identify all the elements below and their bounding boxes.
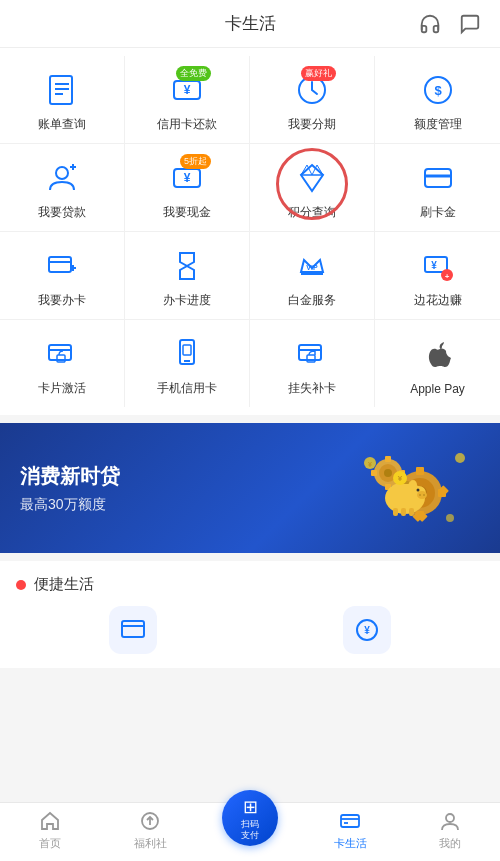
grid-row-1: 账单查询 全免费 ¥ 信用卡还款 赢好礼 我要分期 <box>0 56 500 144</box>
grid-item-credit-repay[interactable]: 全免费 ¥ 信用卡还款 <box>125 56 250 143</box>
svg-rect-68 <box>401 508 406 516</box>
promo-banner[interactable]: 消费新时贷 最高30万额度 <box>0 423 500 553</box>
nav-item-scan[interactable]: ⊞ 扫码支付 <box>200 814 300 846</box>
svg-rect-20 <box>425 169 451 187</box>
points-icon <box>292 158 332 198</box>
quick-dot <box>16 580 26 590</box>
card-activate-label: 卡片激活 <box>38 380 86 397</box>
nav-item-card-life[interactable]: 卡生活 <box>300 809 400 851</box>
apply-card-label: 我要办卡 <box>38 292 86 309</box>
card-life-icon <box>338 809 362 833</box>
scan-icon: ⊞ <box>243 796 258 818</box>
grid-row-4: 卡片激活 手机信用卡 挂失补 <box>0 320 500 407</box>
grid-item-points-query[interactable]: 积分查询 <box>250 144 375 231</box>
nav-welfare-label: 福利社 <box>134 836 167 851</box>
banner-subtitle: 最高30万额度 <box>20 496 120 514</box>
swipe-gold-label: 刷卡金 <box>420 204 456 221</box>
cash-icon: 5折起 ¥ <box>167 158 207 198</box>
credit-repay-label: 信用卡还款 <box>157 116 217 133</box>
quick-label: 便捷生活 <box>34 575 94 594</box>
apple-pay-icon <box>418 336 458 376</box>
banner-text: 消费新时贷 最高30万额度 <box>20 463 120 514</box>
grid-item-bill-query[interactable]: 账单查询 <box>0 56 125 143</box>
svg-point-85 <box>446 814 454 822</box>
svg-text:¥: ¥ <box>398 474 403 483</box>
svg-text:VIP: VIP <box>306 264 318 271</box>
mine-icon <box>438 809 462 833</box>
svg-rect-37 <box>183 345 191 355</box>
svg-text:¥: ¥ <box>184 83 191 97</box>
apply-card-icon <box>42 246 82 286</box>
grid-item-installment[interactable]: 赢好礼 我要分期 <box>250 56 375 143</box>
svg-text:$: $ <box>434 83 442 98</box>
installment-icon: 赢好礼 <box>292 70 332 110</box>
quota-icon: $ <box>418 70 458 110</box>
swipe-gold-icon <box>418 158 458 198</box>
svg-rect-69 <box>409 508 414 516</box>
card-progress-label: 办卡进度 <box>163 292 211 309</box>
card-activate-icon <box>42 334 82 374</box>
svg-rect-57 <box>371 470 377 476</box>
grid-item-swipe-gold[interactable]: 刷卡金 <box>375 144 500 231</box>
loss-report-icon <box>292 334 332 374</box>
svg-point-9 <box>56 167 68 179</box>
loan-label: 我要贷款 <box>38 204 86 221</box>
scan-pay-button[interactable]: ⊞ 扫码支付 <box>222 790 278 846</box>
platinum-label: 白金服务 <box>288 292 336 309</box>
service-grid: 账单查询 全免费 ¥ 信用卡还款 赢好礼 我要分期 <box>0 48 500 415</box>
bill-query-label: 账单查询 <box>38 116 86 133</box>
grid-item-quota-manage[interactable]: $ 额度管理 <box>375 56 500 143</box>
nav-home-label: 首页 <box>39 836 61 851</box>
grid-item-card-activate[interactable]: 卡片激活 <box>0 320 125 407</box>
installment-label: 我要分期 <box>288 116 336 133</box>
grid-item-mobile-credit[interactable]: 手机信用卡 <box>125 320 250 407</box>
quick-item-2[interactable]: ¥ <box>250 606 484 660</box>
svg-text:+: + <box>444 272 449 281</box>
grid-item-card-progress[interactable]: 办卡进度 <box>125 232 250 319</box>
nav-item-welfare[interactable]: 福利社 <box>100 809 200 851</box>
grid-item-earn-spend[interactable]: ¥ + 边花边赚 <box>375 232 500 319</box>
welfare-icon <box>138 809 162 833</box>
platinum-icon: VIP <box>292 246 332 286</box>
earn-spend-label: 边花边赚 <box>414 292 462 309</box>
banner-title: 消费新时贷 <box>20 463 120 490</box>
grid-item-platinum[interactable]: VIP 白金服务 <box>250 232 375 319</box>
svg-rect-22 <box>49 257 71 272</box>
svg-point-75 <box>446 514 454 522</box>
svg-rect-43 <box>416 467 424 475</box>
card-progress-icon <box>167 246 207 286</box>
grid-item-loan[interactable]: 我要贷款 <box>0 144 125 231</box>
grid-item-apple-pay[interactable]: Apple Pay <box>375 320 500 407</box>
banner-graphic: ¥ ¥ <box>350 443 480 533</box>
scan-label: 扫码支付 <box>241 819 259 841</box>
home-icon <box>38 809 62 833</box>
repay-icon: 全免费 ¥ <box>167 70 207 110</box>
message-icon[interactable] <box>456 10 484 38</box>
svg-rect-82 <box>341 815 359 827</box>
quota-manage-label: 额度管理 <box>414 116 462 133</box>
mobile-credit-icon <box>167 334 207 374</box>
grid-item-apply-card[interactable]: 我要办卡 <box>0 232 125 319</box>
page-title: 卡生活 <box>225 12 276 35</box>
headset-icon[interactable] <box>416 10 444 38</box>
nav-item-home[interactable]: 首页 <box>0 809 100 851</box>
quick-item-icon-1 <box>109 606 157 654</box>
header-icons <box>416 10 484 38</box>
installment-badge: 赢好礼 <box>301 66 336 81</box>
repay-badge: 全免费 <box>176 66 211 81</box>
quick-items-row: ¥ <box>16 606 484 660</box>
nav-item-mine[interactable]: 我的 <box>400 809 500 851</box>
svg-point-58 <box>384 469 392 477</box>
grid-row-3: 我要办卡 办卡进度 VIP 白 <box>0 232 500 320</box>
grid-item-cash[interactable]: 5折起 ¥ 我要现金 <box>125 144 250 231</box>
cash-badge: 5折起 <box>180 154 211 169</box>
quick-header: 便捷生活 <box>16 575 484 594</box>
svg-point-74 <box>455 453 465 463</box>
loan-icon <box>42 158 82 198</box>
svg-rect-67 <box>393 508 398 516</box>
grid-item-loss-report[interactable]: 挂失补卡 <box>250 320 375 407</box>
bill-icon <box>42 70 82 110</box>
quick-section: 便捷生活 ¥ <box>0 561 500 668</box>
quick-item-1[interactable] <box>16 606 250 660</box>
bottom-nav: 首页 福利社 ⊞ 扫码支付 卡生活 <box>0 802 500 861</box>
